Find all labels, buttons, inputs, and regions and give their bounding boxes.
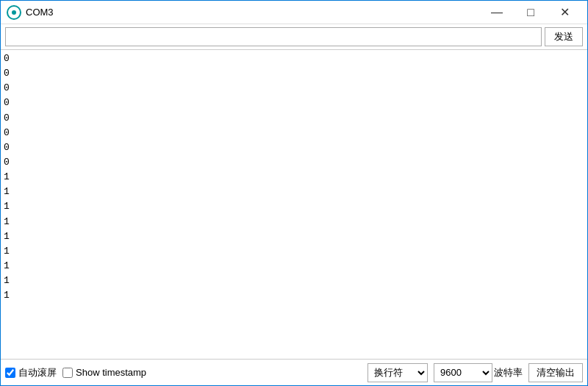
output-line: 1 xyxy=(4,274,584,288)
output-line: 1 xyxy=(4,170,584,185)
timestamp-checkbox[interactable] xyxy=(62,368,73,378)
baud-select[interactable]: 3001200240048009600192003840057600748801… xyxy=(434,363,492,382)
output-line: 1 xyxy=(4,288,584,303)
close-button[interactable]: ✕ xyxy=(548,1,581,24)
output-line: 0 xyxy=(4,66,584,81)
autoscroll-group: 自动滚屏 xyxy=(5,366,57,379)
title-bar: COM3 — □ ✕ xyxy=(1,1,587,24)
autoscroll-label[interactable]: 自动滚屏 xyxy=(18,366,57,379)
status-bar: 自动滚屏 Show timestamp 换行符无结束符回车符两者都有 30012… xyxy=(1,359,587,385)
window-title: COM3 xyxy=(26,7,480,18)
autoscroll-checkbox[interactable] xyxy=(5,368,15,378)
output-line: 0 xyxy=(4,51,584,66)
output-line: 1 xyxy=(4,215,584,229)
output-line: 0 xyxy=(4,140,584,155)
output-line: 0 xyxy=(4,81,584,96)
output-line: 1 xyxy=(4,259,584,274)
serial-output[interactable]: 00000000111111111 xyxy=(1,50,587,359)
toolbar: 发送 xyxy=(1,24,587,50)
output-line: 0 xyxy=(4,126,584,140)
main-window: COM3 — □ ✕ 发送 00000000111111111 自动滚屏 Sho… xyxy=(0,0,588,386)
newline-select[interactable]: 换行符无结束符回车符两者都有 xyxy=(368,363,428,382)
timestamp-group: Show timestamp xyxy=(62,367,146,378)
output-line: 1 xyxy=(4,244,584,259)
newline-group: 换行符无结束符回车符两者都有 xyxy=(368,363,428,382)
message-input[interactable] xyxy=(5,27,542,46)
send-button[interactable]: 发送 xyxy=(545,27,583,46)
output-line: 0 xyxy=(4,155,584,170)
svg-point-1 xyxy=(12,10,16,15)
app-icon xyxy=(7,5,21,20)
minimize-button[interactable]: — xyxy=(480,1,514,24)
clear-button[interactable]: 清空输出 xyxy=(528,363,583,382)
maximize-button[interactable]: □ xyxy=(514,1,548,24)
output-line: 1 xyxy=(4,185,584,199)
output-line: 1 xyxy=(4,229,584,244)
baud-label: 波特率 xyxy=(494,366,523,379)
baud-group: 3001200240048009600192003840057600748801… xyxy=(434,363,523,382)
window-controls: — □ ✕ xyxy=(480,1,581,24)
output-line: 0 xyxy=(4,111,584,126)
output-line: 0 xyxy=(4,96,584,110)
output-line: 1 xyxy=(4,199,584,214)
timestamp-label[interactable]: Show timestamp xyxy=(76,367,146,378)
